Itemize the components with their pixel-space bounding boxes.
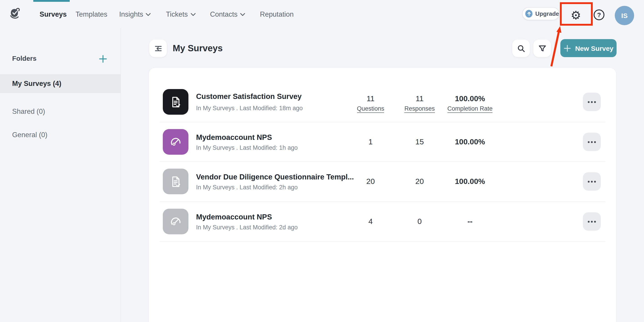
avatar-initials: IS <box>621 12 628 19</box>
survey-title: Vendor Due Diligence Questionnaire Templ… <box>196 173 354 181</box>
survey-tile <box>163 169 188 194</box>
avatar[interactable]: IS <box>615 6 634 25</box>
sidebar-item-label: My Surveys (4) <box>12 80 62 88</box>
row-divider <box>160 241 605 242</box>
filter-button[interactable] <box>533 40 551 57</box>
completion-rate: 100.00% <box>438 138 502 146</box>
sidebar-item-general[interactable]: General (0) <box>0 126 120 144</box>
document-check-icon <box>169 95 182 108</box>
survey-meta: In My Surveys . Last Modified: 2d ago <box>196 224 298 231</box>
responses-header-link[interactable]: Responses <box>404 105 435 113</box>
plus-icon <box>564 44 571 52</box>
app-window: Surveys Templates Insights Tickets Conta… <box>0 0 644 322</box>
stat-completion: 100.00% Completion Rate <box>438 94 502 113</box>
nav-label: Templates <box>76 10 107 18</box>
nav-label: Tickets <box>166 10 188 18</box>
survey-meta: In My Surveys . Last Modified: 18m ago <box>196 105 303 112</box>
nav-tab-tickets[interactable]: Tickets <box>166 10 196 19</box>
page-title: My Surveys <box>173 43 222 54</box>
nav-label: Contacts <box>210 10 238 18</box>
help-icon: ? <box>597 11 601 18</box>
top-nav: Surveys Templates Insights Tickets Conta… <box>0 0 644 28</box>
gauge-icon <box>169 135 182 149</box>
gauge-icon <box>169 215 182 228</box>
survey-title: Customer Satisfaction Survey <box>196 92 302 101</box>
filter-icon <box>538 44 547 53</box>
settings-button[interactable]: ⚙ <box>569 8 582 22</box>
survey-list-card: Customer Satisfaction Survey In My Surve… <box>149 68 616 322</box>
row-menu-button ellipsis-icon[interactable] <box>583 133 601 151</box>
completion-rate: -- <box>438 217 502 226</box>
sidebar-item-label: Shared (0) <box>12 108 45 116</box>
survey-meta: In My Surveys . Last Modified: 1h ago <box>196 144 298 151</box>
survey-row[interactable]: Mydemoaccount NPS In My Surveys . Last M… <box>149 122 616 162</box>
new-survey-button[interactable]: New Survey <box>560 39 616 57</box>
upgrade-button[interactable]: Upgrade <box>522 7 560 20</box>
surveysparrow-logo[interactable] <box>8 6 21 20</box>
row-menu-button ellipsis-icon[interactable] <box>583 212 601 231</box>
nav-label: Surveys <box>40 10 67 18</box>
active-tab-indicator <box>33 0 70 2</box>
survey-row[interactable]: Vendor Due Diligence Questionnaire Templ… <box>149 162 616 202</box>
survey-meta: In My Surveys . Last Modified: 2h ago <box>196 184 298 191</box>
document-check-icon <box>169 175 182 188</box>
new-survey-label: New Survey <box>575 44 614 52</box>
folders-header: Folders <box>0 52 120 65</box>
completion-rate: 100.00% <box>438 177 502 186</box>
questions-header-link[interactable]: Questions <box>357 105 384 113</box>
sidebar-item-shared[interactable]: Shared (0) <box>0 102 120 121</box>
sidebar-item-my-surveys[interactable]: My Surveys (4) <box>0 74 120 93</box>
survey-tile <box>163 129 188 155</box>
survey-tile <box>163 89 188 115</box>
search-icon <box>516 44 526 53</box>
survey-row[interactable]: Mydemoaccount NPS In My Surveys . Last M… <box>149 202 616 241</box>
chevron-down-icon <box>146 13 151 16</box>
completion-rate: 100.00% <box>438 94 502 103</box>
upgrade-label: Upgrade <box>536 10 559 17</box>
nav-tab-templates[interactable]: Templates <box>76 10 107 19</box>
survey-tile <box>163 209 188 234</box>
survey-title: Mydemoaccount NPS <box>196 133 272 142</box>
row-menu-button ellipsis-icon[interactable] <box>583 172 601 191</box>
search-button[interactable] <box>512 40 530 57</box>
nav-label: Insights <box>119 10 143 18</box>
folders-heading: Folders <box>12 54 36 62</box>
header-divider <box>554 41 555 56</box>
add-folder-button plus-icon[interactable] <box>98 54 108 64</box>
nav-tab-reputation[interactable]: Reputation <box>260 10 294 19</box>
nav-label: Reputation <box>260 10 294 18</box>
row-menu-button ellipsis-icon[interactable] <box>583 93 601 111</box>
upgrade-arrow-icon <box>525 10 533 18</box>
nav-tab-surveys[interactable]: Surveys <box>40 10 67 19</box>
gear-icon: ⚙ <box>571 8 581 22</box>
survey-row[interactable]: Customer Satisfaction Survey In My Surve… <box>149 68 616 122</box>
chevron-down-icon <box>240 13 245 16</box>
sidebar-item-label: General (0) <box>12 131 48 139</box>
help-button[interactable]: ? <box>594 10 604 20</box>
nav-tab-insights[interactable]: Insights <box>119 10 151 19</box>
folders-sidebar: Folders My Surveys (4) Shared (0) Genera… <box>0 28 121 322</box>
completion-header-link[interactable]: Completion Rate <box>447 105 492 113</box>
survey-title: Mydemoaccount NPS <box>196 213 272 221</box>
chevron-down-icon <box>190 13 196 16</box>
collapse-sidebar-icon <box>154 44 162 53</box>
nav-tab-contacts[interactable]: Contacts <box>210 10 245 19</box>
collapse-sidebar-button[interactable] <box>149 40 167 57</box>
